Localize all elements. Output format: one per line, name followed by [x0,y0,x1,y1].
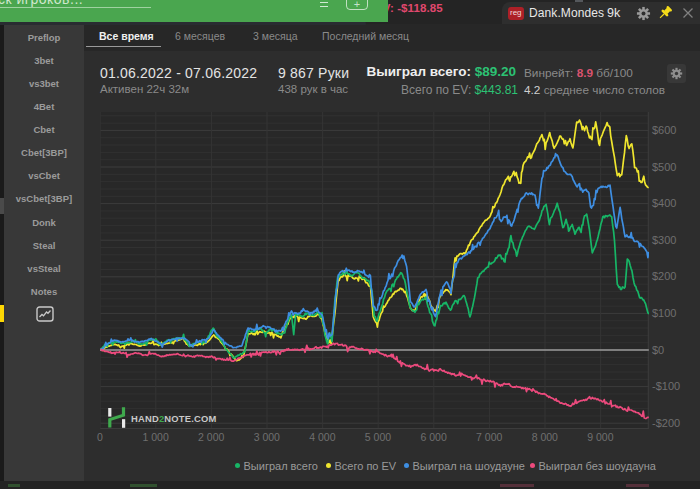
svg-text:HAND2NOTE.COM: HAND2NOTE.COM [131,413,216,424]
